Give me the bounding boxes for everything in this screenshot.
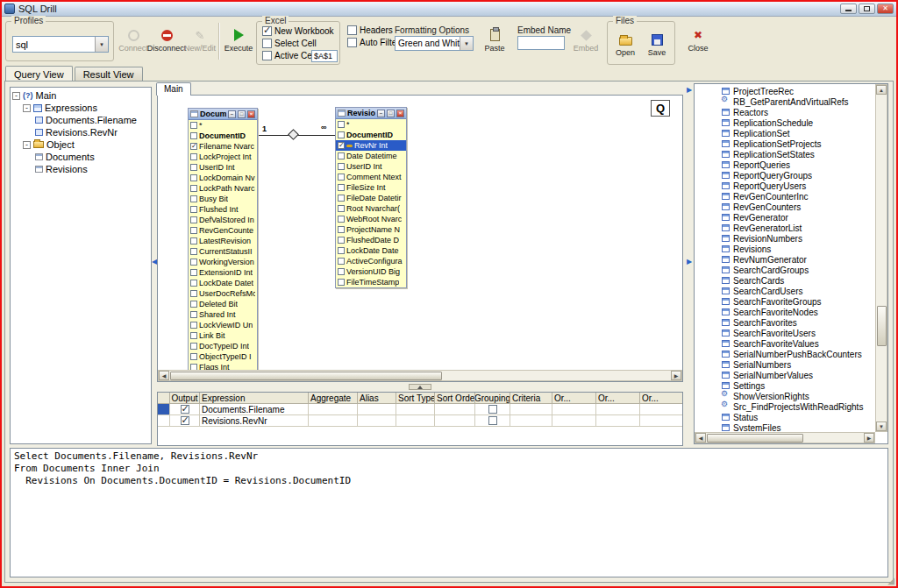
minimize-icon[interactable]: – (228, 110, 236, 118)
join-diamond-icon[interactable] (288, 129, 299, 140)
sort-order-cell[interactable] (435, 404, 475, 415)
column-checkbox[interactable] (190, 132, 197, 139)
column-checkbox[interactable] (190, 343, 197, 350)
checkbox-icon[interactable] (262, 26, 272, 36)
column-row[interactable]: LatestRevision (189, 236, 257, 246)
checkbox-icon[interactable] (347, 38, 357, 47)
column-checkbox[interactable] (190, 174, 197, 181)
column-checkbox[interactable] (190, 280, 197, 287)
database-object-item[interactable]: SearchCards (695, 275, 874, 286)
collapse-right-arrow[interactable]: ▶ (687, 87, 692, 94)
alias-cell[interactable] (358, 404, 396, 415)
column-row[interactable]: FlushedDate D (336, 235, 406, 245)
connect-button[interactable]: Connect (118, 23, 149, 58)
column-header[interactable]: Alias (358, 393, 396, 404)
database-object-item[interactable]: Src_FindProjectsWithReadRights (695, 401, 874, 412)
column-header[interactable]: Or... (640, 393, 683, 404)
execute-button[interactable]: Execute (223, 23, 254, 58)
grouping-checkbox[interactable] (488, 416, 497, 425)
column-row[interactable]: FileDate Datetir (336, 193, 406, 203)
checkbox-icon[interactable] (262, 39, 272, 48)
embed-name-input[interactable] (517, 36, 565, 50)
column-row[interactable]: FileSize Int (336, 182, 406, 193)
column-checkbox[interactable] (190, 301, 197, 308)
column-checkbox[interactable] (190, 353, 197, 360)
column-checkbox[interactable] (190, 227, 197, 234)
title-bar[interactable]: SQL Drill ✕ (2, 2, 896, 17)
profile-combobox[interactable]: sql ▼ (12, 36, 109, 53)
column-checkbox[interactable] (338, 279, 345, 286)
scrollbar-thumb[interactable] (170, 372, 442, 380)
aggregate-cell[interactable] (309, 415, 358, 427)
or-cell[interactable] (596, 415, 640, 427)
output-cell[interactable] (170, 404, 200, 415)
tree-item-main[interactable]: - (?) Main (11, 89, 151, 102)
chevron-down-icon[interactable]: ▼ (460, 37, 473, 50)
scroll-up-icon[interactable]: ▲ (876, 85, 887, 95)
column-row[interactable]: DocumentID (189, 131, 257, 141)
grouping-checkbox[interactable] (488, 405, 497, 414)
new-workbook-checkbox[interactable]: New Workbook (262, 26, 334, 36)
objects-horizontal-scrollbar[interactable]: ◀ ▶ (695, 432, 875, 443)
column-checkbox[interactable] (338, 163, 345, 170)
column-row[interactable]: ActiveConfigura (336, 256, 406, 266)
column-checkbox[interactable] (338, 195, 345, 202)
active-cell-checkbox[interactable]: Active Cell (262, 51, 316, 60)
tree-item-expression[interactable]: Revisions.RevNr (11, 126, 151, 138)
database-object-item[interactable]: Reactors (695, 107, 874, 117)
database-object-item[interactable]: SearchFavoriteValues (695, 338, 874, 349)
alias-cell[interactable] (358, 415, 396, 427)
table-window-header[interactable]: Revisions – □ × (336, 108, 406, 119)
column-checkbox[interactable] (338, 237, 345, 244)
checkbox-icon[interactable] (262, 51, 272, 60)
row-selector[interactable] (158, 404, 170, 415)
column-header[interactable]: Or... (552, 393, 596, 404)
sort-type-cell[interactable] (396, 404, 435, 415)
database-object-item[interactable]: SerialNumberValues (695, 370, 874, 380)
column-header[interactable]: Expression (200, 393, 309, 404)
database-object-item[interactable]: RevGenCounterInc (695, 191, 874, 202)
database-object-item[interactable]: ReportQueries (695, 159, 874, 170)
column-row[interactable]: ObjectTypeID I (189, 351, 257, 362)
chevron-down-icon[interactable]: ▼ (95, 37, 108, 52)
database-object-item[interactable]: SerialNumbers (695, 359, 874, 370)
column-checkbox[interactable] (190, 332, 197, 339)
tab-query-view[interactable]: Query View (5, 66, 73, 81)
column-row[interactable]: Date Datetime (336, 151, 406, 161)
column-checkbox[interactable] (190, 248, 197, 255)
column-checkbox[interactable] (190, 122, 197, 129)
column-row[interactable]: Root Nvarchar( (336, 203, 406, 214)
table-window-header[interactable]: Docume... – □ × (189, 109, 257, 120)
column-checkbox[interactable] (190, 259, 197, 266)
column-checkbox[interactable] (338, 258, 345, 265)
output-checkbox[interactable] (181, 416, 189, 425)
database-object-item[interactable]: SearchCardGroups (695, 265, 874, 275)
column-row[interactable]: UserID Int (336, 161, 406, 172)
column-row[interactable]: LockDomain Nv (189, 173, 257, 183)
database-object-item[interactable]: ReplicationSetProjects (695, 138, 874, 149)
close-window-button[interactable]: ✕ (877, 4, 894, 14)
column-row[interactable]: LockPath Nvarc (189, 183, 257, 194)
column-checkbox[interactable] (338, 226, 345, 233)
tree-item-expression[interactable]: Documents.Filename (11, 114, 151, 126)
database-object-item[interactable]: ReplicationSetStates (695, 149, 874, 159)
scroll-left-icon[interactable]: ◀ (159, 371, 169, 380)
maximize-icon[interactable]: □ (387, 110, 395, 117)
column-checkbox[interactable] (190, 216, 197, 223)
maximize-button[interactable] (859, 4, 875, 14)
collapse-right-arrow[interactable]: ▶ (687, 259, 692, 266)
column-header[interactable]: Sort Type (396, 393, 435, 404)
output-cell[interactable] (170, 415, 200, 427)
output-checkbox[interactable] (181, 405, 189, 414)
column-row[interactable]: WebRoot Nvarc (336, 214, 406, 224)
database-object-item[interactable]: ReplicationSet (695, 128, 874, 138)
column-row[interactable]: LockProject Int (189, 152, 257, 162)
column-checkbox[interactable] (338, 121, 345, 128)
column-checkbox[interactable] (190, 153, 197, 160)
close-icon[interactable]: × (247, 110, 255, 118)
column-header[interactable]: Sort Order (435, 393, 475, 404)
column-row[interactable]: WorkingVersion (189, 257, 257, 267)
save-button[interactable]: Save (642, 27, 672, 62)
column-checkbox[interactable] (190, 185, 197, 192)
diagram-tab-main[interactable]: Main (156, 82, 191, 96)
